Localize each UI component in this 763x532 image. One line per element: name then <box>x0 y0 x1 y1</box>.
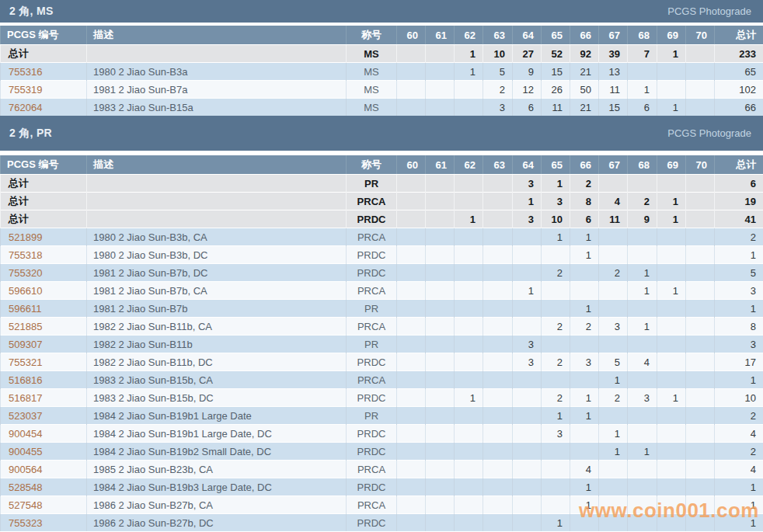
grade-count-69: 1 <box>657 45 686 63</box>
grade-count-70 <box>686 175 715 193</box>
coin-description: 1983 2 Jiao Sun-B15b, DC <box>87 389 347 407</box>
coin-description: 1983 2 Jiao Sun-B15a <box>87 99 347 116</box>
grade-count-65: 1 <box>542 175 570 193</box>
grade-count-63 <box>483 371 513 389</box>
grade-count-63: 5 <box>483 63 513 81</box>
coin-description: 1981 2 Jiao Sun-B7a <box>87 81 347 99</box>
grade-count-65 <box>542 336 570 353</box>
pcgs-number-link[interactable]: 521885 <box>9 321 42 332</box>
pcgs-number-link[interactable]: 900454 <box>9 428 42 440</box>
pcgs-number-link[interactable]: 516816 <box>9 374 42 386</box>
grade-count-62: 1 <box>455 63 483 81</box>
grade-count-60 <box>397 496 426 514</box>
section-ms: 2 角, MS PCGS Photograde PCGS 编号 描述 称号 60… <box>0 0 763 116</box>
pcgs-number-cell: 755316 <box>1 63 87 81</box>
grade-count-61 <box>426 99 455 116</box>
grade-count-70 <box>686 300 715 318</box>
total-count: 4 <box>715 461 763 478</box>
grade-count-64 <box>513 389 542 407</box>
grade-count-70 <box>686 478 715 496</box>
col-header-description: 描述 <box>87 155 347 175</box>
grade-count-69: 1 <box>657 210 686 228</box>
grade-count-70 <box>686 81 715 99</box>
grade-count-60 <box>397 45 426 63</box>
grade-count-62 <box>455 407 483 425</box>
grade-count-66: 2 <box>570 318 599 336</box>
designation-cell: PRDC <box>347 389 397 407</box>
grade-count-70 <box>686 514 715 532</box>
grade-count-64: 1 <box>513 193 542 210</box>
grade-count-66: 92 <box>570 45 599 63</box>
grade-count-68 <box>628 461 657 478</box>
pcgs-number-link[interactable]: 755323 <box>9 517 42 529</box>
grade-count-64 <box>513 425 542 443</box>
total-count: 8 <box>715 318 763 336</box>
pcgs-number-link[interactable]: 516817 <box>9 392 42 404</box>
coin-row: 5218991980 2 Jiao Sun-B3b, CAPRCA112 <box>1 228 763 246</box>
col-header-grade-65: 65 <box>542 26 570 45</box>
pcgs-number-cell: 528548 <box>1 478 87 496</box>
grade-count-67 <box>599 300 628 318</box>
coin-row: 7620641983 2 Jiao Sun-B15aMS361121156166 <box>1 99 763 116</box>
grade-count-66: 50 <box>570 81 599 99</box>
total-count: 19 <box>715 193 763 210</box>
pcgs-number-link[interactable]: 755319 <box>9 84 42 96</box>
pcgs-number-link[interactable]: 900455 <box>9 446 42 457</box>
total-count: 1 <box>715 514 763 532</box>
pcgs-number-link[interactable]: 900564 <box>9 464 42 475</box>
grade-count-60 <box>397 246 426 264</box>
grade-count-62 <box>455 264 483 282</box>
grade-count-66 <box>570 336 599 353</box>
pcgs-number-link[interactable]: 523037 <box>9 410 42 422</box>
grade-count-70 <box>686 45 715 63</box>
pcgs-number-link[interactable]: 762064 <box>9 102 42 113</box>
grade-count-70 <box>686 425 715 443</box>
pcgs-number-link[interactable]: 509307 <box>9 339 42 350</box>
coin-description: 1984 2 Jiao Sun-B19b3 Large Date, DC <box>87 478 347 496</box>
grade-count-70 <box>686 336 715 353</box>
summary-designation: PRCA <box>347 193 397 210</box>
summary-designation: PRDC <box>347 210 397 228</box>
grade-count-70 <box>686 389 715 407</box>
pcgs-number-link[interactable]: 596610 <box>9 285 42 297</box>
pcgs-number-link[interactable]: 755316 <box>9 66 42 78</box>
grade-count-68: 1 <box>628 443 657 461</box>
grade-count-66: 4 <box>570 461 599 478</box>
pcgs-number-cell: 755319 <box>1 81 87 99</box>
col-header-grade-63: 63 <box>483 26 513 45</box>
grade-count-69 <box>657 264 686 282</box>
pcgs-number-link[interactable]: 527548 <box>9 499 42 511</box>
designation-cell: PRCA <box>347 282 397 300</box>
coin-row: 5966111981 2 Jiao Sun-B7bPR11 <box>1 300 763 318</box>
pcgs-number-cell: 762064 <box>1 99 87 116</box>
pcgs-number-link[interactable]: 755320 <box>9 267 42 279</box>
grade-count-60 <box>397 228 426 246</box>
pcgs-number-cell: 521899 <box>1 228 87 246</box>
pcgs-number-link[interactable]: 521899 <box>9 231 42 243</box>
col-header-grade-61: 61 <box>426 26 455 45</box>
grade-count-65: 3 <box>542 193 570 210</box>
pcgs-number-link[interactable]: 755321 <box>9 356 42 368</box>
grade-count-64: 27 <box>513 45 542 63</box>
grade-count-60 <box>397 63 426 81</box>
grade-count-65: 2 <box>542 318 570 336</box>
grade-count-69 <box>657 246 686 264</box>
grade-count-68: 2 <box>628 193 657 210</box>
grade-count-63 <box>483 425 513 443</box>
pcgs-number-link[interactable]: 596611 <box>9 303 41 315</box>
grade-count-68 <box>628 425 657 443</box>
pcgs-number-link[interactable]: 528548 <box>9 482 42 493</box>
grade-count-68 <box>628 175 657 193</box>
grade-count-62 <box>455 336 483 353</box>
summary-description-cell <box>87 175 347 193</box>
grade-count-67 <box>599 175 628 193</box>
coin-description: 1981 2 Jiao Sun-B7b, CA <box>87 282 347 300</box>
pcgs-number-link[interactable]: 755318 <box>9 249 42 261</box>
coin-description: 1984 2 Jiao Sun-B19b1 Large Date, DC <box>87 425 347 443</box>
grade-count-62: 1 <box>455 45 483 63</box>
grade-count-62 <box>455 246 483 264</box>
grade-count-66: 1 <box>570 246 599 264</box>
grade-count-68 <box>628 336 657 353</box>
grade-count-64 <box>513 300 542 318</box>
grade-count-63 <box>483 353 513 371</box>
